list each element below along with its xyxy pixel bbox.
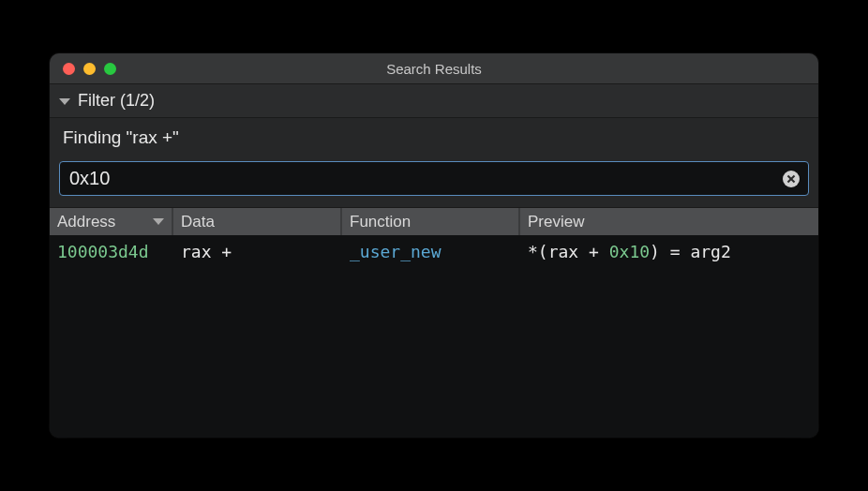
minimize-icon[interactable]: [83, 63, 96, 75]
column-header-function[interactable]: Function: [342, 208, 520, 235]
results-table-body: 100003d4d rax + _user_new *(rax + 0x10) …: [50, 235, 818, 438]
token-star: *: [528, 242, 538, 261]
sort-descending-icon: [153, 218, 164, 225]
window-title: Search Results: [50, 61, 818, 77]
cell-address: 100003d4d: [50, 242, 173, 261]
table-header: Address Data Function Preview: [50, 207, 818, 235]
token-number: 0x10: [609, 242, 650, 261]
cell-data: rax +: [173, 242, 342, 261]
token-register: rax: [548, 242, 579, 261]
finding-label: Finding "rax +": [50, 117, 818, 156]
column-label: Function: [350, 213, 411, 231]
maximize-icon[interactable]: [104, 63, 116, 75]
token-plus: +: [578, 242, 609, 261]
disclosure-triangle-icon[interactable]: [59, 98, 70, 105]
search-results-window: Search Results Filter (1/2) Finding "rax…: [50, 53, 818, 438]
column-header-preview[interactable]: Preview: [520, 208, 818, 235]
close-icon[interactable]: [63, 63, 75, 75]
column-header-data[interactable]: Data: [173, 208, 342, 235]
filter-header[interactable]: Filter (1/2): [50, 83, 818, 117]
column-label: Data: [181, 213, 215, 231]
token-rparen: ): [650, 242, 660, 261]
search-input-wrap: [59, 161, 809, 196]
column-label: Address: [57, 213, 115, 231]
filter-input[interactable]: [59, 161, 809, 196]
titlebar: Search Results: [50, 53, 818, 83]
clear-filter-icon[interactable]: [783, 171, 800, 187]
traffic-lights: [50, 63, 116, 75]
column-header-address[interactable]: Address: [50, 208, 173, 235]
cell-preview: *(rax + 0x10) = arg2: [520, 242, 818, 261]
cell-function: _user_new: [342, 242, 520, 261]
table-row[interactable]: 100003d4d rax + _user_new *(rax + 0x10) …: [50, 235, 818, 267]
search-row: [50, 156, 818, 207]
token-arg: arg2: [690, 242, 730, 261]
token-lparen: (: [538, 242, 548, 261]
token-equals: =: [660, 242, 691, 261]
column-label: Preview: [528, 213, 584, 231]
filter-header-label: Filter (1/2): [78, 91, 155, 111]
